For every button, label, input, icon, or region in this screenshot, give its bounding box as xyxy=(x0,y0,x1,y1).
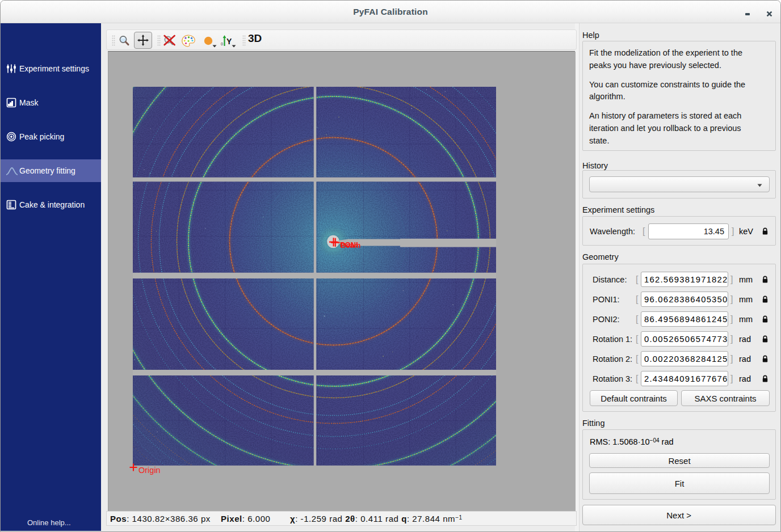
svg-text:Beam: Beam xyxy=(341,241,360,250)
svg-text:Origin: Origin xyxy=(138,466,161,475)
svg-text:0: 0 xyxy=(221,42,223,46)
